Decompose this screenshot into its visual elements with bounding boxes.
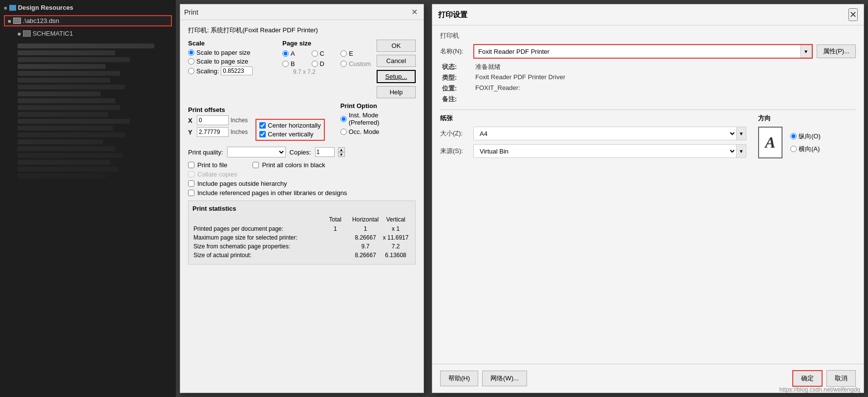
scale-page-size-option[interactable]: Scale to page size <box>188 58 276 65</box>
center-vertically-checkbox[interactable] <box>259 131 266 137</box>
scale-page-label: Scale to page size <box>196 58 248 65</box>
page-d-option[interactable]: D <box>312 60 337 67</box>
ps-cancel-btn[interactable]: 取消 <box>826 370 856 387</box>
landscape-radio[interactable] <box>790 146 797 152</box>
print-all-colors-checkbox[interactable] <box>253 162 259 168</box>
page-custom-option[interactable]: Custom <box>340 60 371 67</box>
stats-label-2: Maximum page size for selected printer: <box>193 234 319 242</box>
occ-mode-radio[interactable] <box>340 129 347 135</box>
page-b-radio[interactable] <box>282 61 289 67</box>
sidebar-item-dsn[interactable]: ■ .\abc123.dsn <box>4 15 172 26</box>
ps-orientation-label: 方向 <box>758 114 856 123</box>
portrait-option[interactable]: 纵向(O) <box>790 132 821 141</box>
print-quality-row: Print quality: Copies: ▲ ▼ <box>188 147 416 157</box>
ps-size-select[interactable]: A4 <box>474 128 736 140</box>
setup-button[interactable]: Setup... <box>377 70 416 83</box>
scale-paper-label: Scale to paper size <box>196 49 251 56</box>
include-referenced-row[interactable]: Include referenced pages in other librar… <box>188 189 416 197</box>
sidebar-header: ■ Design Resources <box>0 2 176 13</box>
page-a-radio[interactable] <box>282 50 289 57</box>
y-unit: Inches <box>231 129 248 135</box>
collate-copies-checkbox[interactable] <box>188 171 194 177</box>
ps-footer-right: 确定 取消 <box>792 370 856 387</box>
ps-source-arrow[interactable]: ▼ <box>736 145 746 157</box>
ps-source-select[interactable]: Virtual Bin <box>474 145 736 157</box>
collate-copies-row[interactable]: Collate copies <box>188 171 416 178</box>
quality-select[interactable] <box>227 147 286 157</box>
stats-horiz-1: 1 <box>351 225 380 233</box>
scaling-radio[interactable] <box>188 68 194 74</box>
copies-up-btn[interactable]: ▲ <box>338 147 345 152</box>
print-option-label: Print Option <box>340 102 380 110</box>
ps-network-btn[interactable]: 网络(W)... <box>482 371 527 386</box>
page-c-radio[interactable] <box>312 50 318 57</box>
sidebar-blur-rows <box>0 39 176 181</box>
stats-row-4: Size of actual printout: 8.26667 6.13608 <box>193 251 410 259</box>
landscape-option[interactable]: 横向(A) <box>790 145 821 154</box>
scale-paper-radio[interactable] <box>188 49 194 56</box>
ps-printer-dropdown-arrow[interactable]: ▼ <box>800 45 812 58</box>
ps-size-arrow[interactable]: ▼ <box>736 127 746 140</box>
cancel-button[interactable]: Cancel <box>377 55 416 67</box>
stats-total-2 <box>320 234 350 242</box>
page-custom-radio[interactable] <box>340 61 347 67</box>
include-pages-checkbox[interactable] <box>188 180 194 187</box>
inst-mode-option[interactable]: Inst. Mode(Preferred) <box>340 111 380 126</box>
x-label: X <box>188 117 195 124</box>
ps-paper-label: 纸张 <box>440 114 746 123</box>
inst-mode-radio[interactable] <box>340 116 347 122</box>
print-dialog-close-btn[interactable]: ✕ <box>409 7 420 17</box>
main-area: Print ✕ 打印机: 系统打印机(Foxit Reader PDF Prin… <box>176 0 868 397</box>
ps-ok-btn[interactable]: 确定 <box>792 370 823 387</box>
sidebar-title: Design Resources <box>18 4 73 11</box>
ps-size-select-wrap: A4 ▼ <box>473 127 746 140</box>
statistics-section: Print statistics Total Horizontal Vertic… <box>188 200 416 265</box>
page-d-radio[interactable] <box>312 61 318 67</box>
orient-radios: 纵向(O) 横向(A) <box>790 132 821 154</box>
help-button[interactable]: Help <box>377 86 416 98</box>
schematic-label: SCHEMATIC1 <box>33 30 73 37</box>
page-e-radio[interactable] <box>340 50 347 57</box>
copies-down-btn[interactable]: ▼ <box>338 152 345 157</box>
center-horizontally-checkbox[interactable] <box>259 122 266 129</box>
ps-comment-val <box>475 95 856 104</box>
include-referenced-checkbox[interactable] <box>188 190 194 196</box>
y-label: Y <box>188 129 195 136</box>
y-value-input[interactable] <box>197 127 229 137</box>
x-value-input[interactable] <box>197 115 229 125</box>
include-pages-label: Include pages outside hierarchy <box>197 180 287 187</box>
center-vertically-row[interactable]: Center vertically <box>259 131 320 138</box>
page-e-option[interactable]: E <box>340 50 371 57</box>
scale-page-radio[interactable] <box>188 58 194 65</box>
scaling-value-input[interactable] <box>221 66 253 75</box>
page-c-option[interactable]: C <box>312 50 337 57</box>
page-a-option[interactable]: A <box>282 50 308 57</box>
portrait-radio[interactable] <box>790 133 797 139</box>
copies-spinner: ▲ ▼ <box>338 147 345 157</box>
center-horizontally-row[interactable]: Center horizontally <box>259 122 320 129</box>
ps-title: 打印设置 <box>438 10 467 20</box>
ps-help-btn[interactable]: 帮助(H) <box>440 371 478 386</box>
ps-status-val: 准备就绪 <box>475 63 856 71</box>
ps-body: 打印机 名称(N): ▼ 属性(P)... 状态: 准备就绪 类型: Foxit… <box>432 25 864 364</box>
page-size-grid: A C E B D Custom <box>282 49 371 68</box>
occ-mode-option[interactable]: Occ. Mode <box>340 128 380 135</box>
stats-label-3: Size from schematic page properties: <box>193 243 319 250</box>
include-pages-row[interactable]: Include pages outside hierarchy <box>188 180 416 187</box>
stats-col-vertical: Vertical <box>381 216 410 224</box>
landscape-label: 横向(A) <box>799 145 820 154</box>
ps-properties-btn[interactable]: 属性(P)... <box>817 44 856 58</box>
offset-y-row: Y Inches <box>188 127 248 137</box>
copies-input[interactable] <box>315 147 335 157</box>
scaling-option[interactable]: Scaling: <box>188 66 276 75</box>
print-to-file-row[interactable]: Print to file Print all colors in black <box>188 161 416 169</box>
page-b-option[interactable]: B <box>282 60 308 67</box>
ps-close-btn[interactable]: ✕ <box>848 8 858 21</box>
ps-orientation-col: 方向 A 纵向(O) 横向(A) <box>758 114 856 162</box>
scale-paper-size-option[interactable]: Scale to paper size <box>188 49 276 56</box>
ok-button[interactable]: OK <box>377 40 416 52</box>
print-to-file-checkbox[interactable] <box>188 162 194 168</box>
sidebar-item-schematic[interactable]: ■ SCHEMATIC1 <box>0 28 176 39</box>
ps-printer-name-input[interactable] <box>474 46 800 57</box>
ps-type-key: 类型: <box>442 73 471 82</box>
